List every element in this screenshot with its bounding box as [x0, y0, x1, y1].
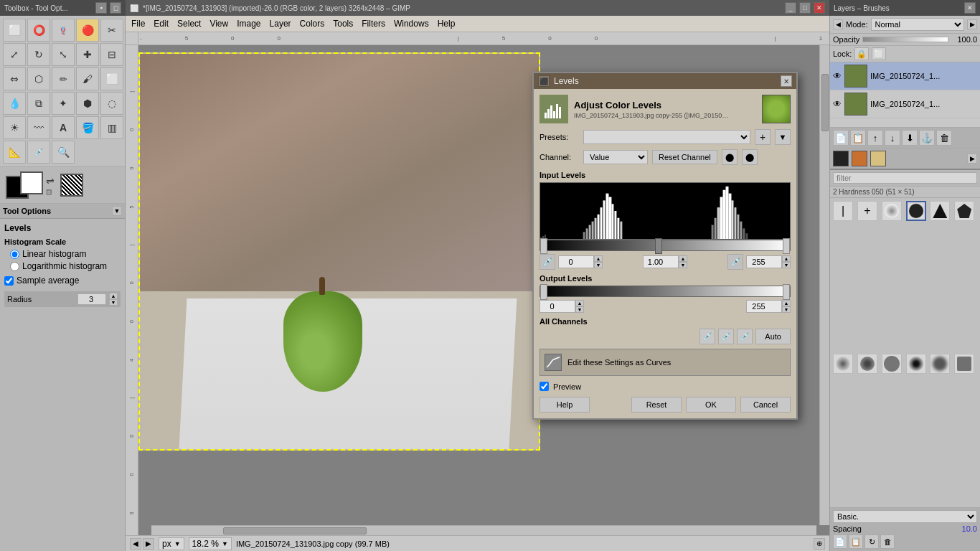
presets-menu-btn[interactable]: ▼ [775, 129, 791, 145]
tool-ellipse-select[interactable]: ⭕ [27, 19, 50, 42]
input-black-dropper-btn[interactable]: 💉 [540, 254, 555, 270]
presets-select[interactable] [583, 130, 750, 144]
radius-input[interactable] [77, 293, 106, 305]
layer-row-2[interactable]: 👁 IMG_20150724_1... [830, 90, 980, 118]
output-white-down-btn[interactable]: ▼ [782, 306, 791, 313]
cancel-btn[interactable]: Cancel [740, 397, 791, 413]
tool-clone[interactable]: ⧉ [27, 92, 50, 115]
tool-smudge[interactable]: 〰 [27, 116, 50, 139]
input-black-up-btn[interactable]: ▲ [594, 255, 603, 262]
brush-item-5[interactable] [930, 201, 950, 221]
toolbox-close-btn[interactable]: ▪ [95, 2, 107, 14]
tool-dropper[interactable]: 💉 [27, 141, 50, 164]
tool-flip[interactable]: ⇔ [3, 67, 26, 90]
tool-dodge[interactable]: ☀ [3, 116, 26, 139]
layer-1-eye-icon[interactable]: 👁 [833, 71, 842, 81]
layers-panel-arrow-btn[interactable]: ◀ [833, 19, 843, 29]
tool-move[interactable]: ✚ [76, 43, 99, 66]
menu-file[interactable]: File [128, 17, 148, 30]
mode-select[interactable]: Normal [871, 18, 964, 31]
brushes-duplicate-btn[interactable]: 📋 [849, 534, 863, 549]
menu-edit[interactable]: Edit [151, 17, 171, 30]
opacity-slider[interactable] [862, 37, 948, 42]
minimize-btn[interactable]: _ [785, 2, 796, 14]
zoom-dropdown-icon[interactable]: ▼ [222, 540, 228, 547]
input-white-value[interactable]: 255 [746, 255, 782, 268]
preview-checkbox[interactable] [540, 382, 549, 391]
layer-up-btn[interactable]: ↑ [867, 130, 883, 146]
lock-alpha-btn[interactable]: ⬜ [872, 47, 886, 60]
status-nav-right[interactable]: ▶ [143, 538, 154, 550]
tool-pencil[interactable]: ✏ [52, 67, 75, 90]
tool-bucket[interactable]: 🪣 [76, 116, 99, 139]
tool-magnify[interactable]: 🔍 [52, 141, 75, 164]
swap-colors-icon[interactable]: ⇌ [46, 175, 55, 187]
right-mid-swatch[interactable] [852, 151, 867, 166]
menu-view[interactable]: View [207, 17, 231, 30]
status-nav-left[interactable]: ◀ [130, 538, 141, 550]
output-white-up-btn[interactable]: ▲ [782, 300, 791, 306]
tool-options-menu-btn[interactable]: ▼ [112, 206, 122, 216]
tool-heal[interactable]: ✦ [52, 92, 75, 115]
brush-item-1[interactable]: | [833, 201, 853, 221]
brushes-new-btn[interactable]: 📄 [833, 534, 847, 549]
input-black-slider-thumb[interactable] [540, 238, 547, 254]
output-slider[interactable] [540, 286, 791, 297]
menu-image[interactable]: Image [234, 17, 263, 30]
brushes-refresh-btn[interactable]: ↻ [864, 534, 879, 549]
layers-settings-btn[interactable]: ▶ [967, 19, 977, 29]
brush-item-3[interactable] [882, 201, 902, 221]
menu-tools[interactable]: Tools [330, 17, 356, 30]
brush-item-12[interactable] [954, 354, 974, 374]
output-black-value[interactable]: 0 [540, 300, 575, 313]
input-mid-value[interactable]: 1.00 [643, 255, 679, 268]
brush-item-11[interactable] [930, 354, 950, 374]
input-mid-slider-thumb[interactable] [655, 238, 662, 254]
units-dropdown-icon[interactable]: ▼ [174, 540, 181, 547]
maximize-btn[interactable]: □ [799, 2, 811, 14]
status-units[interactable]: px ▼ [159, 537, 184, 550]
menu-layer[interactable]: Layer [267, 17, 294, 30]
brushes-preset-select[interactable]: Basic. [833, 510, 977, 523]
presets-add-btn[interactable]: + [755, 129, 771, 145]
input-mid-down-btn[interactable]: ▼ [679, 262, 687, 268]
input-slider[interactable] [540, 240, 791, 251]
output-black-up-btn[interactable]: ▲ [575, 300, 584, 306]
background-color[interactable] [20, 171, 43, 194]
tool-rect-select[interactable]: ⬜ [3, 19, 26, 42]
brush-item-9[interactable] [882, 354, 902, 374]
ok-btn[interactable]: OK [686, 397, 736, 413]
all-channels-pick2-btn[interactable]: 💉 [718, 329, 734, 344]
tool-color-select[interactable]: 🔴 [76, 19, 99, 42]
pattern-swatch[interactable] [60, 174, 83, 197]
tool-cage[interactable]: ⬡ [27, 67, 50, 90]
right-bg-swatch[interactable] [870, 151, 886, 166]
tool-blur[interactable]: ◌ [100, 92, 123, 115]
raise-layer-btn[interactable]: 📋 [850, 130, 866, 146]
zoom-control[interactable]: 18.2 % ▼ [189, 537, 232, 550]
output-black-down-btn[interactable]: ▼ [575, 306, 584, 313]
curves-btn-text[interactable]: Edit these Settings as Curves [567, 358, 786, 367]
input-mid-up-btn[interactable]: ▲ [679, 255, 687, 262]
auto-btn[interactable]: Auto [755, 329, 791, 344]
duplicate-layer-btn[interactable]: ⬇ [902, 130, 918, 146]
output-white-slider-thumb[interactable] [783, 284, 790, 300]
all-channels-pick1-btn[interactable]: 💉 [699, 329, 715, 344]
brush-item-4-active[interactable] [906, 201, 926, 221]
brushes-filter-input[interactable] [833, 172, 977, 184]
sample-average-check[interactable] [4, 276, 14, 286]
input-white-up-btn[interactable]: ▲ [782, 255, 791, 262]
lock-pixels-btn[interactable]: 🔒 [854, 47, 869, 60]
tool-align[interactable]: ⊟ [100, 43, 123, 66]
layer-down-btn[interactable]: ↓ [885, 130, 900, 146]
right-panel-arrow[interactable]: ▶ [967, 154, 977, 164]
brush-item-8[interactable] [857, 354, 877, 374]
brushes-delete-btn[interactable]: 🗑 [880, 534, 895, 549]
logarithmic-histogram-radio[interactable] [10, 262, 19, 271]
input-white-dropper-btn[interactable]: 💉 [727, 254, 743, 270]
tool-blend[interactable]: ▥ [100, 116, 123, 139]
tool-scissors[interactable]: ✂ [100, 19, 123, 42]
channel-copy-btn[interactable]: ⬤ [722, 149, 738, 165]
sample-average-option[interactable]: Sample average [4, 276, 121, 286]
toolbox-iconify-btn[interactable]: ◻ [110, 2, 121, 14]
